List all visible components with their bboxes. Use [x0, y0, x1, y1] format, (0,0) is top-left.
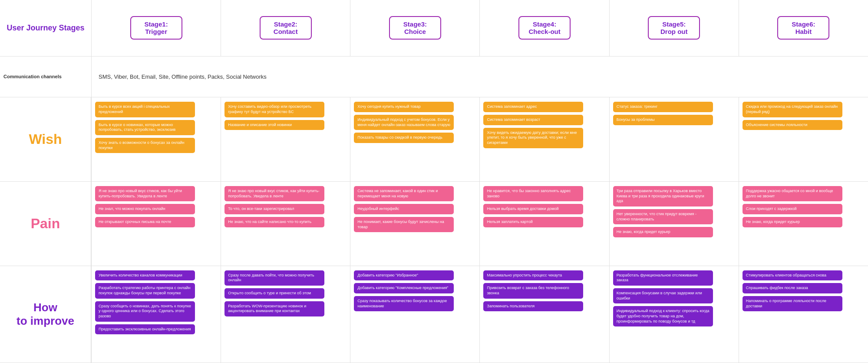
wish-cell-6: Скидка или промокод на следующий заказ о… [739, 97, 868, 182]
wish-cell-1: Быть в курсе всех акций і специальных пр… [91, 97, 221, 182]
improve-card: Индивидуальный подход к клиенту: спросит… [613, 306, 713, 326]
stage-header-3: Stage3: Choice [350, 0, 479, 57]
wish-card: Индивидуальный подход с учетом бонусов. … [354, 115, 454, 130]
improve-card: Предоставить эксклюзивные онлайн-предлож… [95, 324, 195, 335]
journey-label-cell: User Journey Stages [0, 0, 91, 57]
pain-card: Я не знаю про новый вкус стиков, как уйт… [224, 186, 324, 201]
wish-card: Система запоминает возраст [483, 115, 583, 125]
wish-card: Быть в курсе всех акций і специальных пр… [95, 102, 195, 117]
improve-cell-5: Разработать функциональное отслеживание … [609, 266, 739, 363]
improve-card: Увеличить количество каналов коммуникаци… [95, 270, 195, 281]
stage-box-3: Stage3: Choice [389, 16, 441, 40]
pain-card: Слои приходят с задержкой [743, 204, 842, 214]
stage-box-1: Stage1: Trigger [130, 16, 182, 40]
improve-card: Компенсация бонусами в случае задержки и… [613, 288, 713, 303]
pain-cell-3: Система не запоминает, какой в один стик… [350, 182, 479, 266]
wish-card: Хочу сегодня купить нужный товар [354, 102, 454, 112]
pain-card: Не нравится, что бы законно заполнять ад… [483, 186, 583, 201]
stage-header-4: Stage4: Check-out [479, 0, 609, 57]
pain-cell-5: Три раза отправили посылку в Харьков вме… [609, 182, 739, 266]
wish-card: Быть в курсе о новинках, которые можно п… [95, 120, 195, 135]
improve-card: Сразу сообщить о новинках, дать понять к… [95, 301, 195, 322]
pain-card: Три раза отправили посылку в Харьков вме… [613, 186, 713, 206]
comm-label-cell: Communication channels [0, 57, 91, 98]
wish-card: Хочу составить видео-обзор или просмотре… [224, 102, 324, 117]
improve-card: Привозить возврат с заказа без телефонно… [483, 283, 583, 298]
stage-box-6: Stage6: Habit [777, 16, 829, 40]
wish-card: Объяснение системы лояльности [743, 120, 842, 130]
pain-label: Pain [31, 216, 60, 232]
wish-card: Показать товары со скидкой в первую очер… [354, 133, 454, 143]
stage-box-4: Stage4: Check-out [518, 16, 571, 40]
improve-label: How to improve [17, 301, 74, 328]
pain-card: Я не знаю про новый вкус стиков, как бы … [95, 186, 195, 201]
pain-label-cell: Pain [0, 182, 91, 266]
pain-card: Поддержка ужасно общается со мной и вооб… [743, 186, 842, 201]
pain-cell-1: Я не знаю про новый вкус стиков, как бы … [91, 182, 221, 266]
stage-header-1: Stage1: Trigger [91, 0, 221, 57]
improve-cell-6: Стимулировать клиентов обращаться снова … [739, 266, 868, 363]
pain-card: Не понимает, какие бонусы будут зачислен… [354, 217, 454, 232]
improve-card: Сразу показывать количество бонусов за к… [354, 296, 454, 311]
wish-cell-5: Статус заказа: трекинг Бонусы за проблем… [609, 97, 739, 182]
pain-card: Система не запоминает, какой в один стик… [354, 186, 454, 201]
stage-header-6: Stage6: Habit [739, 0, 868, 57]
improve-card: Максимально упростить процесс чекаута [483, 270, 583, 281]
improve-card: Разработать стратегию работы принтера с … [95, 283, 195, 298]
improve-card: Открыто сообщить о туре и принести об эт… [224, 288, 324, 299]
improve-label-cell: How to improve [0, 266, 91, 363]
improve-card: Добавить категорию "Комплексные предложе… [354, 283, 454, 293]
improve-cell-2: Сразу после давать пойти, что можно полу… [221, 266, 350, 363]
pain-cell-2: Я не знаю про новый вкус стиков, как уйт… [221, 182, 350, 266]
wish-card: Система запоминает адрес [483, 102, 583, 112]
improve-card: Спрашивать фидбек после заказа [743, 283, 842, 293]
pain-card: Нет уверенности, что стик придут вовремя… [613, 209, 713, 224]
pain-card: Нельзя выбрать время доставки домой [483, 204, 583, 214]
wish-cell-3: Хочу сегодня купить нужный товар Индивид… [350, 97, 479, 182]
pain-card: Неудобный интерфейс [354, 204, 454, 214]
pain-card: То что, он все-таки зарегистрировал [224, 204, 324, 214]
journey-label: User Journey Stages [7, 23, 84, 33]
wish-label: Wish [29, 131, 62, 147]
pain-cell-4: Не нравится, что бы законно заполнять ад… [479, 182, 609, 266]
stage-box-2: Stage2: Contact [260, 16, 312, 40]
stage-header-2: Stage2: Contact [221, 0, 350, 57]
improve-card: Добавить категорию "Избранное" [354, 270, 454, 281]
pain-card: Не открывают срочных письма на почте [95, 217, 195, 227]
wish-label-cell: Wish [0, 97, 91, 182]
improve-card: Разработать функциональное отслеживание … [613, 270, 713, 286]
wish-card: Скидка или промокод на следующий заказ о… [743, 102, 842, 117]
improve-card: Стимулировать клиентов обращаться снова [743, 270, 842, 281]
improve-card: Разработать WOW-презентацию новинок и ак… [224, 301, 324, 316]
comm-value-cell: SMS, Viber, Bot, Email, Site, Offline po… [91, 57, 868, 98]
comm-label-text: Communication channels [3, 74, 62, 79]
main-grid: User Journey Stages Stage1: Trigger Stag… [0, 0, 868, 363]
improve-cell-4: Максимально упростить процесс чекаута Пр… [479, 266, 609, 363]
pain-cell-6: Поддержка ужасно общается со мной и вооб… [739, 182, 868, 266]
improve-card: Напоминать о программе лояльности после … [743, 296, 842, 311]
improve-card: Сразу после давать пойти, что можно полу… [224, 270, 324, 286]
improve-cell-1: Увеличить количество каналов коммуникаци… [91, 266, 221, 363]
improve-card: Запоминать пользователя [483, 301, 583, 312]
comm-value-text: SMS, Viber, Bot, Email, Site, Offline po… [99, 73, 267, 80]
wish-card: Хочу знать о возможности о бонусах за он… [95, 138, 195, 153]
wish-card: Название и описание этой новинки [224, 120, 324, 130]
wish-cell-4: Система запоминает адрес Система запомин… [479, 97, 609, 182]
pain-card: Не знаю, когда придет курьер [613, 227, 713, 237]
pain-card: Не знаю, когда придет курьер [743, 217, 842, 227]
pain-card: Не знал, что можно покупать онлайн [95, 204, 195, 214]
wish-card: Бонусы за проблемы [613, 115, 713, 125]
stage-header-5: Stage5: Drop out [609, 0, 739, 57]
stage-box-5: Stage5: Drop out [648, 16, 700, 40]
wish-cell-2: Хочу составить видео-обзор или просмотре… [221, 97, 350, 182]
improve-cell-3: Добавить категорию "Избранное" Добавить … [350, 266, 479, 363]
wish-card: Статус заказа: трекинг [613, 102, 713, 112]
wish-card: Хочу видеть ожидаемую дату доставки; есл… [483, 128, 583, 148]
pain-card: Нельзя заплатить картой [483, 217, 583, 227]
pain-card: Не знаю, что на сайте написано что-то ку… [224, 217, 324, 227]
